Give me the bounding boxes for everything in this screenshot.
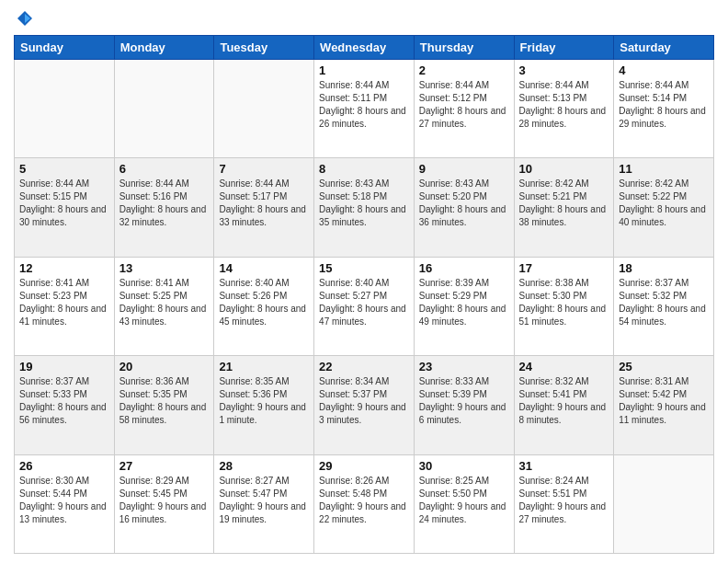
day-number: 14	[219, 261, 309, 275]
day-info: Sunrise: 8:30 AM Sunset: 5:44 PM Dayligh…	[19, 475, 109, 526]
day-number: 22	[319, 360, 409, 373]
day-number: 26	[19, 459, 109, 473]
day-number: 20	[119, 360, 210, 373]
day-number: 12	[19, 261, 109, 275]
calendar-header-tuesday: Tuesday	[214, 36, 314, 60]
calendar-week-3: 12Sunrise: 8:41 AM Sunset: 5:23 PM Dayli…	[15, 257, 714, 355]
header	[14, 9, 714, 28]
day-number: 13	[119, 261, 210, 275]
calendar-cell: 9Sunrise: 8:43 AM Sunset: 5:20 PM Daylig…	[414, 158, 514, 257]
day-info: Sunrise: 8:37 AM Sunset: 5:32 PM Dayligh…	[619, 277, 709, 328]
calendar-cell	[15, 60, 115, 158]
calendar-table: SundayMondayTuesdayWednesdayThursdayFrid…	[14, 35, 714, 554]
calendar-week-4: 19Sunrise: 8:37 AM Sunset: 5:33 PM Dayli…	[15, 356, 714, 454]
day-info: Sunrise: 8:44 AM Sunset: 5:13 PM Dayligh…	[519, 79, 609, 131]
calendar-cell: 17Sunrise: 8:38 AM Sunset: 5:30 PM Dayli…	[514, 257, 614, 355]
day-info: Sunrise: 8:27 AM Sunset: 5:47 PM Dayligh…	[219, 475, 309, 526]
day-number: 2	[419, 63, 509, 77]
calendar-cell: 22Sunrise: 8:34 AM Sunset: 5:37 PM Dayli…	[314, 356, 415, 454]
calendar-cell: 13Sunrise: 8:41 AM Sunset: 5:25 PM Dayli…	[114, 257, 214, 355]
calendar-header-thursday: Thursday	[414, 36, 514, 60]
day-number: 24	[519, 360, 609, 373]
calendar-cell: 28Sunrise: 8:27 AM Sunset: 5:47 PM Dayli…	[214, 454, 314, 553]
day-info: Sunrise: 8:35 AM Sunset: 5:36 PM Dayligh…	[219, 375, 309, 427]
calendar-header-sunday: Sunday	[15, 36, 115, 60]
day-info: Sunrise: 8:34 AM Sunset: 5:37 PM Dayligh…	[319, 375, 409, 427]
calendar-cell: 24Sunrise: 8:32 AM Sunset: 5:41 PM Dayli…	[514, 356, 614, 454]
day-info: Sunrise: 8:25 AM Sunset: 5:50 PM Dayligh…	[419, 475, 509, 526]
calendar-cell: 4Sunrise: 8:44 AM Sunset: 5:14 PM Daylig…	[614, 60, 714, 158]
day-info: Sunrise: 8:44 AM Sunset: 5:12 PM Dayligh…	[419, 79, 509, 131]
day-info: Sunrise: 8:42 AM Sunset: 5:22 PM Dayligh…	[619, 178, 709, 229]
calendar-cell: 5Sunrise: 8:44 AM Sunset: 5:15 PM Daylig…	[15, 158, 115, 257]
day-info: Sunrise: 8:44 AM Sunset: 5:14 PM Dayligh…	[619, 79, 709, 131]
day-number: 10	[519, 162, 609, 176]
day-number: 28	[219, 459, 309, 473]
calendar-cell: 8Sunrise: 8:43 AM Sunset: 5:18 PM Daylig…	[314, 158, 415, 257]
day-number: 31	[519, 459, 609, 473]
calendar-cell: 1Sunrise: 8:44 AM Sunset: 5:11 PM Daylig…	[314, 60, 415, 158]
day-info: Sunrise: 8:44 AM Sunset: 5:17 PM Dayligh…	[219, 178, 309, 229]
day-number: 11	[619, 162, 709, 176]
day-info: Sunrise: 8:38 AM Sunset: 5:30 PM Dayligh…	[519, 277, 609, 328]
day-info: Sunrise: 8:24 AM Sunset: 5:51 PM Dayligh…	[519, 475, 609, 526]
calendar-cell: 31Sunrise: 8:24 AM Sunset: 5:51 PM Dayli…	[514, 454, 614, 553]
calendar-cell: 25Sunrise: 8:31 AM Sunset: 5:42 PM Dayli…	[614, 356, 714, 454]
day-number: 19	[19, 360, 109, 373]
calendar-header-wednesday: Wednesday	[314, 36, 415, 60]
calendar-week-1: 1Sunrise: 8:44 AM Sunset: 5:11 PM Daylig…	[15, 60, 714, 158]
logo	[14, 9, 34, 28]
day-number: 4	[619, 63, 709, 77]
calendar-cell	[214, 60, 314, 158]
calendar-cell: 27Sunrise: 8:29 AM Sunset: 5:45 PM Dayli…	[114, 454, 214, 553]
day-info: Sunrise: 8:29 AM Sunset: 5:45 PM Dayligh…	[119, 475, 210, 526]
day-info: Sunrise: 8:33 AM Sunset: 5:39 PM Dayligh…	[419, 375, 509, 427]
day-info: Sunrise: 8:31 AM Sunset: 5:42 PM Dayligh…	[619, 375, 709, 427]
calendar-cell: 10Sunrise: 8:42 AM Sunset: 5:21 PM Dayli…	[514, 158, 614, 257]
calendar-cell: 2Sunrise: 8:44 AM Sunset: 5:12 PM Daylig…	[414, 60, 514, 158]
calendar-cell	[114, 60, 214, 158]
calendar-cell: 21Sunrise: 8:35 AM Sunset: 5:36 PM Dayli…	[214, 356, 314, 454]
day-info: Sunrise: 8:42 AM Sunset: 5:21 PM Dayligh…	[519, 178, 609, 229]
day-info: Sunrise: 8:44 AM Sunset: 5:16 PM Dayligh…	[119, 178, 210, 229]
calendar-cell: 23Sunrise: 8:33 AM Sunset: 5:39 PM Dayli…	[414, 356, 514, 454]
calendar-week-2: 5Sunrise: 8:44 AM Sunset: 5:15 PM Daylig…	[15, 158, 714, 257]
calendar-cell: 29Sunrise: 8:26 AM Sunset: 5:48 PM Dayli…	[314, 454, 415, 553]
calendar-cell: 18Sunrise: 8:37 AM Sunset: 5:32 PM Dayli…	[614, 257, 714, 355]
day-number: 7	[219, 162, 309, 176]
day-number: 8	[319, 162, 409, 176]
calendar-cell: 3Sunrise: 8:44 AM Sunset: 5:13 PM Daylig…	[514, 60, 614, 158]
logo-icon	[16, 9, 34, 28]
calendar-cell: 12Sunrise: 8:41 AM Sunset: 5:23 PM Dayli…	[15, 257, 115, 355]
day-number: 25	[619, 360, 709, 373]
calendar-cell: 19Sunrise: 8:37 AM Sunset: 5:33 PM Dayli…	[15, 356, 115, 454]
day-number: 9	[419, 162, 509, 176]
day-info: Sunrise: 8:40 AM Sunset: 5:27 PM Dayligh…	[319, 277, 409, 328]
day-info: Sunrise: 8:26 AM Sunset: 5:48 PM Dayligh…	[319, 475, 409, 526]
calendar-cell: 11Sunrise: 8:42 AM Sunset: 5:22 PM Dayli…	[614, 158, 714, 257]
calendar-cell: 6Sunrise: 8:44 AM Sunset: 5:16 PM Daylig…	[114, 158, 214, 257]
day-info: Sunrise: 8:37 AM Sunset: 5:33 PM Dayligh…	[19, 375, 109, 427]
day-info: Sunrise: 8:44 AM Sunset: 5:15 PM Dayligh…	[19, 178, 109, 229]
day-info: Sunrise: 8:43 AM Sunset: 5:18 PM Dayligh…	[319, 178, 409, 229]
calendar-week-5: 26Sunrise: 8:30 AM Sunset: 5:44 PM Dayli…	[15, 454, 714, 553]
calendar-cell: 26Sunrise: 8:30 AM Sunset: 5:44 PM Dayli…	[15, 454, 115, 553]
calendar-header-row: SundayMondayTuesdayWednesdayThursdayFrid…	[15, 36, 714, 60]
day-number: 16	[419, 261, 509, 275]
day-number: 15	[319, 261, 409, 275]
day-number: 6	[119, 162, 210, 176]
calendar-cell: 16Sunrise: 8:39 AM Sunset: 5:29 PM Dayli…	[414, 257, 514, 355]
calendar-header-saturday: Saturday	[614, 36, 714, 60]
day-info: Sunrise: 8:39 AM Sunset: 5:29 PM Dayligh…	[419, 277, 509, 328]
day-info: Sunrise: 8:41 AM Sunset: 5:23 PM Dayligh…	[19, 277, 109, 328]
calendar-cell: 30Sunrise: 8:25 AM Sunset: 5:50 PM Dayli…	[414, 454, 514, 553]
calendar-cell: 20Sunrise: 8:36 AM Sunset: 5:35 PM Dayli…	[114, 356, 214, 454]
day-info: Sunrise: 8:36 AM Sunset: 5:35 PM Dayligh…	[119, 375, 210, 427]
day-info: Sunrise: 8:32 AM Sunset: 5:41 PM Dayligh…	[519, 375, 609, 427]
day-number: 21	[219, 360, 309, 373]
day-number: 23	[419, 360, 509, 373]
day-info: Sunrise: 8:43 AM Sunset: 5:20 PM Dayligh…	[419, 178, 509, 229]
day-number: 27	[119, 459, 210, 473]
page: SundayMondayTuesdayWednesdayThursdayFrid…	[0, 0, 728, 563]
day-number: 1	[319, 63, 409, 77]
